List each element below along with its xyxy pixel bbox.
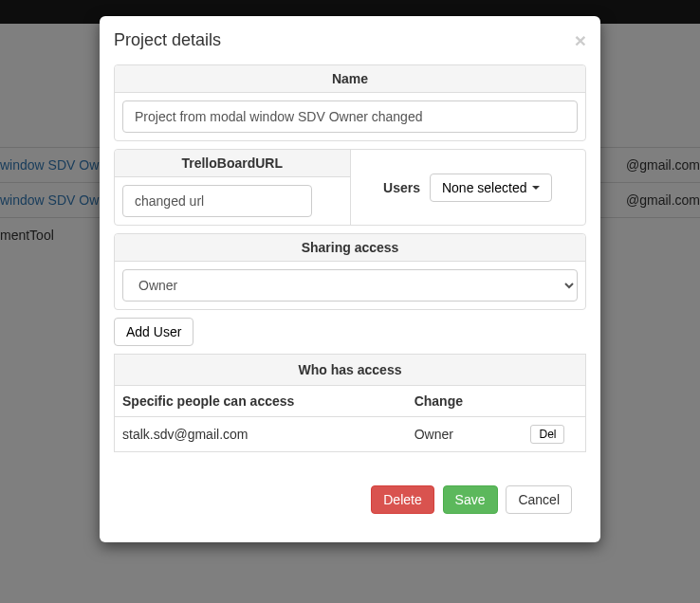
caret-down-icon xyxy=(532,186,540,190)
trello-users-panel: TrelloBoardURL Users None selected xyxy=(114,149,586,226)
modal-title: Project details xyxy=(114,30,221,50)
modal-backdrop: Project details × Name TrelloBoardURL xyxy=(0,0,700,603)
users-dropdown[interactable]: None selected xyxy=(430,174,553,202)
access-email: stalk.sdv@gmail.com xyxy=(115,417,407,452)
users-label: Users xyxy=(383,180,420,195)
name-panel: Name xyxy=(114,64,586,141)
access-role: Owner xyxy=(407,417,510,452)
trello-url-input[interactable] xyxy=(122,185,312,217)
access-col-change: Change xyxy=(407,386,510,417)
access-table: Who has access Specific people can acces… xyxy=(114,354,586,452)
delete-access-button[interactable]: Del xyxy=(530,425,564,444)
delete-button[interactable]: Delete xyxy=(371,485,433,514)
access-col-people: Specific people can access xyxy=(115,386,407,417)
trello-label: TrelloBoardURL xyxy=(115,150,350,177)
sharing-label: Sharing access xyxy=(115,234,585,262)
sharing-access-select[interactable]: Owner xyxy=(122,269,578,302)
users-dropdown-label: None selected xyxy=(442,180,527,195)
name-label: Name xyxy=(115,65,585,93)
close-button[interactable]: × xyxy=(575,30,586,50)
project-details-modal: Project details × Name TrelloBoardURL xyxy=(100,16,600,542)
cancel-button[interactable]: Cancel xyxy=(506,485,572,514)
add-user-button[interactable]: Add User xyxy=(114,318,193,346)
save-button[interactable]: Save xyxy=(443,485,498,514)
access-row: stalk.sdv@gmail.com Owner Del xyxy=(115,417,586,452)
sharing-panel: Sharing access Owner xyxy=(114,233,586,310)
project-name-input[interactable] xyxy=(122,100,578,133)
access-table-title: Who has access xyxy=(115,355,586,386)
